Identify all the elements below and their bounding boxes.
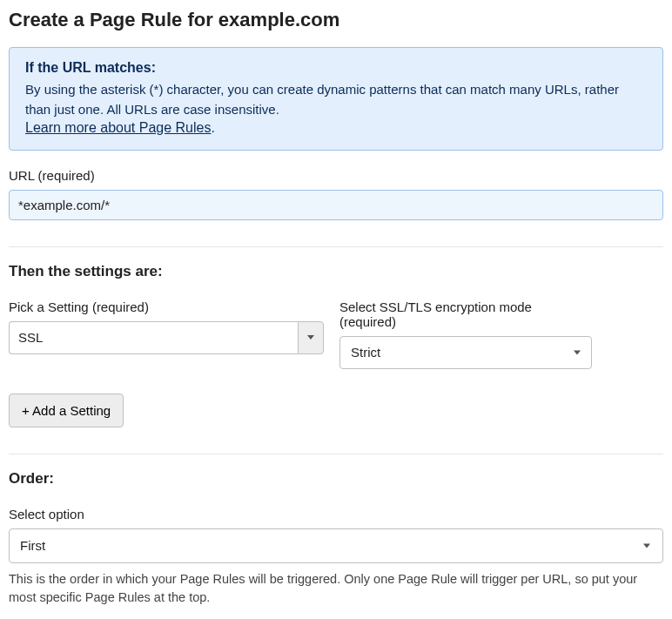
ssl-mode-value: Strict [351, 345, 380, 360]
info-period: . [211, 120, 214, 135]
page-title: Create a Page Rule for example.com [9, 9, 663, 31]
order-select-label: Select option [9, 507, 663, 521]
chevron-down-icon [307, 335, 314, 340]
order-help-text: This is the order in which your Page Rul… [9, 570, 663, 609]
ssl-mode-label: Select SSL/TLS encryption mode (required… [339, 299, 592, 329]
url-label: URL (required) [9, 168, 663, 183]
pick-setting-col: Pick a Setting (required) SSL [9, 299, 324, 369]
pick-setting-dropdown-button[interactable] [298, 321, 324, 354]
order-select[interactable]: First [9, 528, 663, 563]
info-body: By using the asterisk (*) character, you… [25, 79, 647, 120]
settings-heading: Then the settings are: [9, 263, 663, 280]
order-heading: Order: [9, 470, 663, 488]
order-select-value: First [20, 538, 45, 553]
ssl-mode-select[interactable]: Strict [339, 336, 592, 369]
ssl-mode-col: Select SSL/TLS encryption mode (required… [339, 299, 592, 369]
chevron-down-icon [574, 350, 581, 354]
learn-more-link[interactable]: Learn more about Page Rules [25, 120, 211, 135]
settings-row: Pick a Setting (required) SSL Select SSL… [9, 299, 663, 369]
pick-setting-select[interactable]: SSL [9, 321, 324, 354]
pick-setting-label: Pick a Setting (required) [9, 299, 324, 314]
divider [9, 454, 663, 454]
url-input[interactable] [9, 190, 663, 220]
pick-setting-value[interactable]: SSL [9, 321, 298, 354]
divider [9, 246, 663, 247]
info-heading: If the URL matches: [25, 60, 647, 76]
chevron-down-icon [643, 543, 650, 548]
add-setting-button[interactable]: + Add a Setting [9, 394, 124, 427]
info-box: If the URL matches: By using the asteris… [9, 47, 663, 151]
